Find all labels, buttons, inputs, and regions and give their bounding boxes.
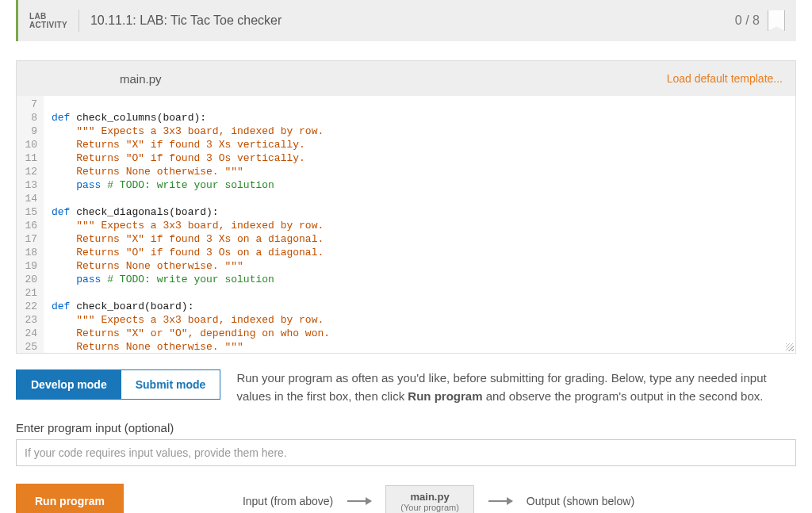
bookmark-icon[interactable] (768, 10, 785, 31)
code-editor: main.py Load default template... 7891011… (16, 60, 796, 354)
line-number-gutter: 78910111213141516171819202122232425 (17, 96, 44, 353)
run-program-button[interactable]: Run program (16, 484, 124, 513)
develop-mode-button[interactable]: Develop mode (17, 370, 121, 399)
mode-toggle: Develop mode Submit mode (16, 369, 220, 400)
mode-desc-bold: Run program (408, 389, 482, 403)
program-input-field[interactable] (16, 439, 796, 466)
program-box-name: main.py (400, 491, 459, 503)
lab-activity-tag: LAB ACTIVITY (29, 12, 67, 29)
program-input-section: Enter program input (optional) (16, 421, 796, 466)
lab-activity-page: LAB ACTIVITY 10.11.1: LAB: Tic Tac Toe c… (0, 0, 812, 513)
lab-tag-bottom: ACTIVITY (29, 21, 67, 29)
lab-title: 10.11.1: LAB: Tic Tac Toe checker (90, 13, 735, 28)
submit-mode-button[interactable]: Submit mode (121, 370, 220, 399)
lab-tag-top: LAB (29, 12, 67, 21)
lab-header: LAB ACTIVITY 10.11.1: LAB: Tic Tac Toe c… (16, 0, 796, 41)
run-row: Run program Input (from above) main.py (… (16, 484, 796, 513)
load-template-link[interactable]: Load default template... (667, 72, 783, 85)
mode-row: Develop mode Submit mode Run your progra… (16, 369, 796, 405)
arrow-icon (488, 500, 512, 502)
program-input-label: Enter program input (optional) (16, 421, 796, 435)
code-content[interactable]: def check_columns(board): """ Expects a … (44, 96, 795, 353)
mode-desc-post: and observe the program's output in the … (482, 389, 763, 403)
code-area[interactable]: 78910111213141516171819202122232425 def … (17, 96, 795, 353)
editor-header: main.py Load default template... (17, 61, 795, 96)
divider (79, 10, 79, 32)
mode-description: Run your program as often as you'd like,… (236, 369, 796, 405)
resize-handle-icon[interactable] (786, 343, 794, 351)
io-flow: Input (from above) main.py (Your program… (243, 485, 634, 514)
input-flow-label: Input (from above) (243, 495, 333, 507)
output-flow-label: Output (shown below) (527, 495, 634, 507)
score-display: 0 / 8 (735, 13, 760, 28)
program-box: main.py (Your program) (385, 485, 474, 514)
arrow-icon (347, 500, 371, 502)
program-box-sub: (Your program) (400, 503, 459, 512)
filename-label: main.py (120, 72, 162, 86)
